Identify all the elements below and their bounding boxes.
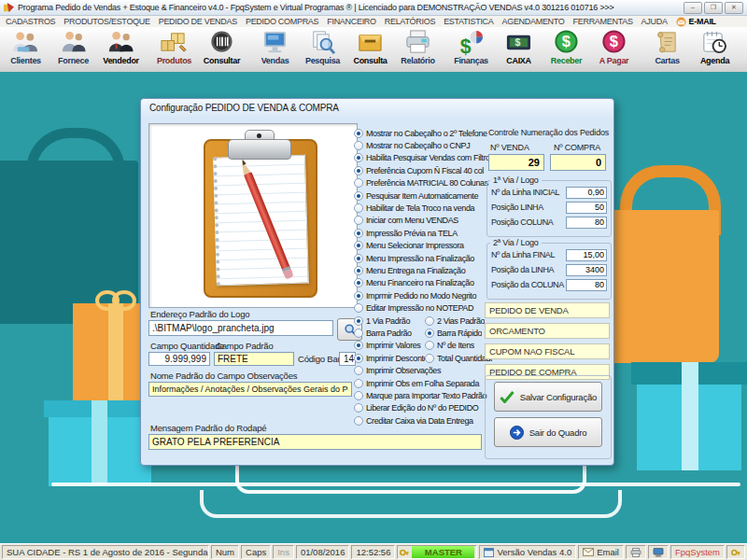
radio[interactable]: [354, 303, 363, 313]
radio[interactable]: [354, 203, 363, 213]
radio[interactable]: [354, 153, 363, 162]
obs-input[interactable]: [148, 382, 352, 397]
menu-email[interactable]: E-MAIL: [676, 17, 716, 27]
radio[interactable]: [354, 291, 363, 301]
posicao-da-linha-input[interactable]: [566, 264, 607, 276]
radio[interactable]: [354, 241, 363, 250]
save-config-button[interactable]: Salvar Configuração: [494, 382, 602, 412]
option-row[interactable]: Imprimir Observações: [354, 364, 492, 376]
toolbar-agenda[interactable]: Agenda: [691, 28, 739, 72]
status-bar: SUA CIDADE - RS 1 de Agosto de 2016 - Se…: [0, 543, 747, 560]
posicao-linha-input[interactable]: [566, 202, 607, 214]
option-row[interactable]: Preferência Cupom Ñ Fiscal 40 col: [354, 164, 492, 176]
option-row[interactable]: Impressão Prévia na TELA: [354, 227, 492, 239]
option-row[interactable]: Mostrar no Cabeçalho o CNPJ: [354, 139, 492, 151]
toolbar-financas[interactable]: $ Finanças: [447, 28, 495, 72]
toolbar-consulta[interactable]: Consulta: [346, 28, 394, 72]
restore-button[interactable]: ❐: [704, 2, 723, 14]
radio[interactable]: [354, 229, 363, 238]
status-printer[interactable]: [626, 545, 646, 559]
option-row[interactable]: Mostrar no Cabeçalho o 2º Telefone: [354, 127, 492, 139]
campo-padrao-input[interactable]: [214, 352, 294, 366]
close-button[interactable]: ✕: [725, 2, 743, 14]
menu-produtos-estoque[interactable]: PRODUTOS/ESTOQUE: [63, 17, 149, 26]
toolbar-vendas[interactable]: Vendas: [251, 28, 299, 72]
option-row[interactable]: Iniciar com Menu VENDAS: [354, 215, 492, 227]
toolbar-vendedor[interactable]: Vendedor: [97, 28, 145, 72]
radio[interactable]: [354, 266, 363, 275]
menu-agendamento[interactable]: AGENDAMENTO: [502, 17, 565, 26]
status-monitor[interactable]: [648, 545, 669, 559]
doc-type-pedido-venda[interactable]: PEDIDO DE VENDA: [485, 302, 610, 318]
footer-input[interactable]: [148, 434, 482, 450]
menu-pedido-compras[interactable]: PEDIDO COMPRAS: [246, 17, 318, 26]
doc-type-cupom-nao-fiscal[interactable]: CUPOM NAO FISCAL: [485, 343, 610, 359]
radio[interactable]: [354, 416, 363, 426]
radio[interactable]: [354, 178, 363, 188]
toolbar-caixa[interactable]: $ CAIXA: [495, 28, 543, 72]
option-row[interactable]: Imprmir Pedido no Modo Negrito: [354, 289, 492, 301]
logo-path-input[interactable]: [148, 320, 333, 336]
option-row[interactable]: Menu Entrega na Finalização: [354, 264, 492, 276]
linha-final-input[interactable]: [566, 249, 607, 261]
radio[interactable]: [425, 316, 434, 326]
option-row[interactable]: Preferência MATRICIAL 80 Colunas: [354, 177, 492, 189]
radio[interactable]: [425, 354, 434, 363]
radio[interactable]: [354, 379, 363, 388]
toolbar-receber[interactable]: $ Receber: [543, 28, 590, 72]
radio[interactable]: [354, 403, 363, 413]
option-row[interactable]: Liberar Edição do Nº do PEDIDO: [354, 402, 492, 414]
toolbar-produtos[interactable]: Produtos: [150, 28, 198, 72]
option-row[interactable]: Habilitar de Tela Troco na venda: [354, 202, 492, 214]
menu-estatistica[interactable]: ESTATISTICA: [444, 17, 493, 26]
toolbar-a-pagar[interactable]: $ A Pagar: [590, 28, 638, 72]
radio[interactable]: [354, 354, 363, 363]
option-row[interactable]: Creditar Caixa via Data Entrega: [354, 414, 492, 427]
posicao-coluna-input[interactable]: [566, 217, 607, 229]
radio[interactable]: [425, 341, 434, 350]
menu-cadastros[interactable]: CADASTROS: [6, 17, 55, 26]
radio[interactable]: [354, 129, 363, 138]
radio[interactable]: [354, 391, 363, 400]
radio[interactable]: [354, 341, 363, 350]
venda-number-input[interactable]: [488, 154, 544, 171]
option-row[interactable]: Marque para Importar Texto Padrão: [354, 389, 492, 401]
option-row[interactable]: Pesquisar Item Automaticamente: [354, 189, 492, 202]
toolbar-consultar[interactable]: Consultar: [198, 28, 246, 72]
radio[interactable]: [354, 329, 363, 338]
menu-pedido-de-vendas[interactable]: PEDIDO DE VENDAS: [159, 17, 237, 26]
radio[interactable]: [354, 254, 363, 263]
toolbar-pesquisa[interactable]: Pesquisa: [299, 28, 346, 72]
option-row[interactable]: Menu Impressão na Finalização: [354, 252, 492, 264]
menu-ferramentas[interactable]: FERRAMENTAS: [573, 17, 633, 26]
doc-type-orcamento[interactable]: ORCAMENTO: [485, 323, 610, 339]
printer-small-icon: [630, 548, 641, 557]
toolbar-fornece[interactable]: Fornece: [49, 28, 97, 72]
radio[interactable]: [354, 141, 363, 150]
exit-dialog-button[interactable]: Sair do Quadro: [494, 417, 602, 447]
posicao-da-coluna-input[interactable]: [566, 279, 607, 291]
option-row[interactable]: Habilita Pesquisar Vendas com Filtro: [354, 152, 492, 164]
status-email[interactable]: Email: [578, 545, 624, 559]
linha-inicial-input[interactable]: [566, 187, 607, 199]
option-row[interactable]: Menu Financeiro na Finalização: [354, 277, 492, 289]
compra-number-input[interactable]: [550, 154, 606, 171]
radio[interactable]: [354, 366, 363, 375]
toolbar-clientes[interactable]: Clientes: [2, 28, 49, 72]
toolbar-relatorio[interactable]: Relatório: [394, 28, 442, 72]
minimize-button[interactable]: –: [684, 2, 702, 14]
radio[interactable]: [354, 316, 363, 326]
menu-ajuda[interactable]: AJUDA: [641, 17, 668, 26]
qty-input[interactable]: [148, 352, 210, 366]
menu-relatorios[interactable]: RELATÓRIOS: [385, 17, 435, 26]
option-row[interactable]: Menu Selecionar Impressora: [354, 240, 492, 252]
radio[interactable]: [354, 191, 363, 201]
option-row[interactable]: Imprimir Obs em Folha Separada: [354, 377, 492, 389]
toolbar-cartas[interactable]: Cartas: [643, 28, 691, 72]
radio[interactable]: [354, 278, 363, 287]
option-row[interactable]: Editar Impressão no NOTEPAD: [354, 301, 492, 314]
radio[interactable]: [354, 166, 363, 175]
radio[interactable]: [425, 329, 434, 338]
menu-financeiro[interactable]: FINANCEIRO: [327, 17, 376, 26]
radio[interactable]: [354, 216, 363, 225]
